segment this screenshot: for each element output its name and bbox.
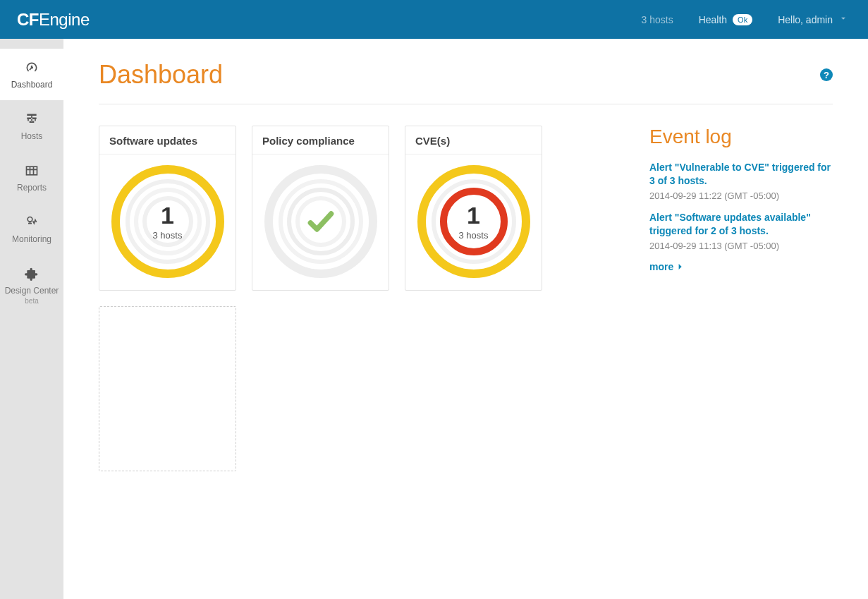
- logo-rest: Engine: [39, 10, 90, 30]
- hosts-icon: [3, 111, 61, 127]
- event-title[interactable]: Alert "Software updates available" trigg…: [649, 211, 833, 238]
- app-header: CFEngine 3 hosts Health Ok Hello, admin: [0, 0, 868, 39]
- help-icon[interactable]: ?: [820, 68, 833, 81]
- card-title: Policy compliance: [252, 126, 389, 155]
- gauge-icon: 1 3 hosts: [111, 165, 224, 278]
- card-count: 1: [467, 203, 480, 227]
- dashboard-cards: Software updates 1 3 hosts: [99, 126, 628, 471]
- health-status-badge: Ok: [733, 14, 752, 25]
- card-software-updates[interactable]: Software updates 1 3 hosts: [99, 126, 236, 291]
- health-label: Health: [699, 14, 727, 25]
- event-time: 2014-09-29 11:13 (GMT -05:00): [649, 241, 833, 251]
- sidebar-item-label: Dashboard: [3, 80, 61, 90]
- table-icon: [3, 163, 61, 179]
- page-title: Dashboard: [99, 60, 223, 90]
- logo-bold: CF: [17, 10, 39, 30]
- card-subtitle: 3 hosts: [459, 230, 489, 241]
- chevron-down-icon: [838, 13, 848, 25]
- event-item: Alert "Vulnerable to CVE" triggered for …: [649, 161, 833, 201]
- sidebar-item-label: Design Center: [3, 286, 61, 296]
- page-title-row: Dashboard ?: [99, 60, 833, 104]
- hosts-summary-text: 3 hosts: [642, 14, 673, 25]
- sidebar-item-hosts[interactable]: Hosts: [0, 100, 63, 152]
- sidebar-item-label: Hosts: [3, 131, 61, 141]
- event-time: 2014-09-29 11:22 (GMT -05:00): [649, 190, 833, 201]
- event-log: Event log Alert "Vulnerable to CVE" trig…: [649, 126, 833, 272]
- add-card-placeholder[interactable]: [99, 306, 236, 471]
- event-item: Alert "Software updates available" trigg…: [649, 211, 833, 251]
- svg-rect-0: [27, 167, 37, 175]
- user-menu[interactable]: Hello, admin: [778, 13, 848, 25]
- more-label: more: [649, 261, 673, 272]
- sidebar-item-dashboard[interactable]: Dashboard: [0, 49, 63, 100]
- health-indicator[interactable]: Health Ok: [699, 14, 753, 25]
- user-greeting: Hello, admin: [778, 14, 833, 25]
- main-content: Dashboard ? Software updates 1: [63, 39, 868, 599]
- gauge-ok-icon: [264, 165, 377, 278]
- gauge-icon: 1 3 hosts: [417, 165, 530, 278]
- checkmark-icon: [264, 165, 377, 278]
- sidebar-item-monitoring[interactable]: Monitoring: [0, 203, 63, 255]
- card-cves[interactable]: CVE(s) 1 3 hosts: [405, 126, 542, 291]
- event-log-title: Event log: [649, 126, 833, 148]
- sidebar-item-label: Monitoring: [3, 234, 61, 244]
- sidebar-item-reports[interactable]: Reports: [0, 152, 63, 203]
- svg-point-1: [27, 217, 32, 222]
- product-logo[interactable]: CFEngine: [17, 10, 90, 30]
- card-policy-compliance[interactable]: Policy compliance: [252, 126, 389, 291]
- event-log-more[interactable]: more: [649, 261, 833, 272]
- card-title: CVE(s): [405, 126, 542, 155]
- chevron-right-icon: [678, 261, 683, 272]
- hosts-summary: 3 hosts: [642, 14, 673, 25]
- card-title: Software updates: [99, 126, 236, 155]
- sidebar-item-design-center[interactable]: Design Center beta: [0, 255, 63, 315]
- sidebar-item-sublabel: beta: [3, 297, 61, 305]
- gauge-icon: [3, 60, 61, 75]
- heartbeat-icon: [3, 214, 61, 230]
- event-title[interactable]: Alert "Vulnerable to CVE" triggered for …: [649, 161, 833, 188]
- sidebar: Dashboard Hosts Reports Monitoring Desig…: [0, 39, 63, 599]
- card-count: 1: [161, 203, 174, 227]
- sidebar-item-label: Reports: [3, 183, 61, 193]
- card-subtitle: 3 hosts: [153, 230, 183, 241]
- puzzle-icon: [3, 266, 61, 282]
